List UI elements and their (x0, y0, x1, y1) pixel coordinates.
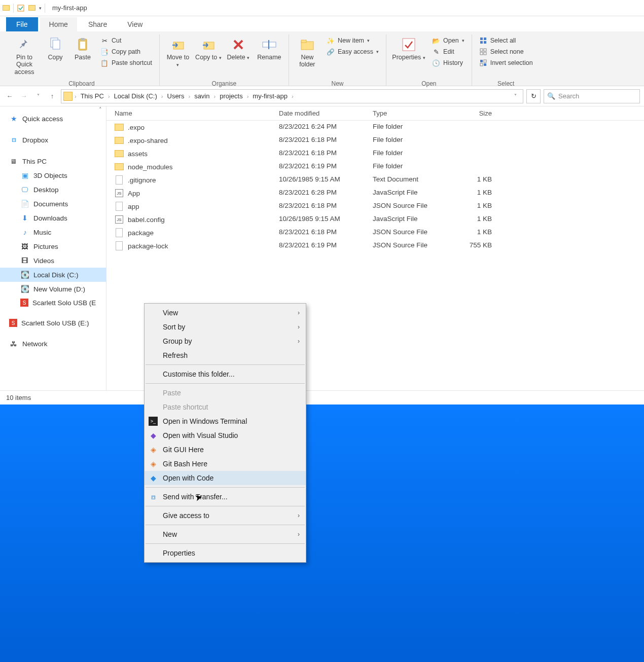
qat-folder-icon[interactable] (28, 4, 36, 12)
select-all-button[interactable]: Select all (477, 35, 535, 46)
file-row[interactable]: package-lock8/23/2021 6:19 PMJSON Source… (106, 239, 644, 252)
nav-scarlett-2[interactable]: SScarlett Solo USB (E:) (0, 316, 106, 329)
chevron-right-icon[interactable]: › (247, 93, 249, 99)
qat-properties-icon[interactable] (17, 4, 25, 12)
cm-send-transfer[interactable]: ⧈Send with Transfer... (145, 490, 306, 504)
file-row[interactable]: JSApp8/23/2021 6:28 PMJavaScript File1 K… (106, 187, 644, 200)
col-type-header[interactable]: Type (373, 109, 451, 117)
breadcrumb[interactable]: Local Disk (C:) (112, 91, 159, 101)
breadcrumb[interactable]: This PC (79, 91, 106, 101)
nav-network[interactable]: 🖧Network (0, 337, 106, 351)
cm-refresh[interactable]: Refresh (145, 348, 306, 362)
paste-shortcut-icon: 📋 (100, 59, 109, 67)
col-size-header[interactable]: Size (451, 109, 497, 117)
recent-locations-button[interactable]: ˅ (32, 91, 44, 102)
file-type: JavaScript File (373, 189, 451, 198)
tab-share[interactable]: Share (79, 17, 116, 31)
nav-quick-access[interactable]: ★Quick access (0, 112, 106, 126)
copy-path-button[interactable]: 📑Copy path (98, 47, 154, 57)
cut-button[interactable]: ✂Cut (98, 35, 154, 46)
paste-button[interactable]: Paste (70, 34, 95, 63)
cm-new[interactable]: New› (145, 527, 306, 541)
nav-scarlett-1[interactable]: SScarlett Solo USB (E (0, 296, 106, 309)
collapse-icon[interactable]: ˄ (99, 106, 102, 113)
nav-pictures[interactable]: 🖼Pictures (0, 239, 106, 253)
file-row[interactable]: .gitignore10/26/1985 9:15 AMText Documen… (106, 173, 644, 187)
cm-open-terminal[interactable]: >_Open in Windows Terminal (145, 414, 306, 428)
nav-videos[interactable]: 🎞Videos (0, 253, 106, 268)
qat-dropdown-icon[interactable]: ▾ (39, 6, 42, 11)
file-name: .expo (128, 124, 145, 131)
file-name: .expo-shared (128, 137, 168, 144)
chevron-right-icon[interactable]: › (161, 93, 163, 99)
cm-open-with-code[interactable]: ◆Open with Code (145, 471, 306, 485)
rename-button[interactable]: Rename (254, 34, 284, 63)
breadcrumb[interactable]: my-first-app (251, 91, 290, 101)
nav-new-volume-d[interactable]: 💽New Volume (D:) (0, 282, 106, 296)
js-file-icon: JS (115, 215, 124, 224)
new-folder-button[interactable]: New folder (293, 34, 321, 70)
chevron-right-icon[interactable]: › (108, 93, 110, 99)
chevron-right-icon[interactable]: › (213, 93, 216, 99)
tab-file[interactable]: File (6, 17, 38, 31)
nav-dropbox[interactable]: ⧈Dropbox (0, 133, 106, 147)
move-to-button[interactable]: Move to ▾ (164, 34, 192, 70)
chevron-right-icon[interactable]: › (188, 93, 190, 99)
nav-3d-objects[interactable]: ▣3D Objects (0, 168, 106, 182)
file-row[interactable]: JSbabel.config10/26/1985 9:15 AMJavaScri… (106, 213, 644, 226)
cm-customise[interactable]: Customise this folder... (145, 367, 306, 381)
file-row[interactable]: assets8/23/2021 6:18 PMFile folder (106, 147, 644, 160)
tab-home[interactable]: Home (40, 17, 77, 31)
cm-sort-by[interactable]: Sort by› (145, 320, 306, 334)
file-row[interactable]: .expo-shared8/23/2021 6:18 PMFile folder (106, 134, 644, 147)
breadcrumb[interactable]: projects (218, 91, 245, 101)
search-input[interactable]: 🔍 Search (544, 89, 640, 103)
cm-group-by[interactable]: Group by› (145, 334, 306, 348)
open-button[interactable]: 📂Open ▾ (430, 35, 467, 46)
refresh-button[interactable]: ↻ (526, 89, 541, 103)
paste-shortcut-button[interactable]: 📋Paste shortcut (98, 58, 154, 68)
col-name-header[interactable]: Name (106, 109, 279, 117)
cm-properties[interactable]: Properties (145, 546, 306, 560)
back-button[interactable]: ← (4, 91, 15, 102)
tab-view[interactable]: View (118, 17, 152, 31)
git-icon: ◈ (149, 459, 158, 468)
breadcrumb[interactable]: savin (192, 91, 211, 101)
file-row[interactable]: package8/23/2021 6:18 PMJSON Source File… (106, 226, 644, 239)
nav-music[interactable]: ♪Music (0, 225, 106, 239)
cm-view[interactable]: View› (145, 306, 306, 320)
delete-button[interactable]: Delete ▾ (225, 34, 252, 63)
history-button[interactable]: 🕓History (430, 58, 467, 68)
copy-to-button[interactable]: Copy to ▾ (194, 34, 223, 63)
new-item-button[interactable]: ✨New item ▾ (325, 35, 381, 46)
easy-access-button[interactable]: 🔗Easy access ▾ (325, 47, 381, 57)
pin-to-quick-access-button[interactable]: Pin to Quick access (8, 34, 41, 78)
address-bar[interactable]: › This PC › Local Disk (C:) › Users › sa… (61, 89, 523, 103)
nav-local-disk-c[interactable]: 💽Local Disk (C:) (0, 268, 106, 282)
select-none-button[interactable]: Select none (477, 47, 535, 57)
address-dropdown-button[interactable]: ˅ (510, 91, 521, 102)
forward-button[interactable]: → (18, 91, 29, 102)
edit-button[interactable]: ✎Edit (430, 47, 467, 57)
cm-give-access[interactable]: Give access to› (145, 508, 306, 523)
file-row[interactable]: .expo8/23/2021 6:24 PMFile folder (106, 121, 644, 134)
copy-button[interactable]: Copy (43, 34, 68, 63)
properties-button[interactable]: Properties ▾ (390, 34, 427, 63)
chevron-right-icon[interactable]: › (292, 93, 294, 99)
invert-selection-button[interactable]: Invert selection (477, 58, 535, 68)
cm-git-bash[interactable]: ◈Git Bash Here (145, 457, 306, 471)
file-row[interactable]: node_modules8/23/2021 6:19 PMFile folder (106, 160, 644, 173)
nav-desktop[interactable]: 🖵Desktop (0, 182, 106, 197)
group-select: Select all Select none Invert selection … (473, 34, 539, 86)
breadcrumb[interactable]: Users (165, 91, 187, 101)
cm-open-visual-studio[interactable]: ◆Open with Visual Studio (145, 428, 306, 443)
cm-git-gui[interactable]: ◈Git GUI Here (145, 443, 306, 457)
file-row[interactable]: app8/23/2021 6:18 PMJSON Source File1 KB (106, 200, 644, 213)
chevron-right-icon[interactable]: › (75, 93, 77, 99)
nav-downloads[interactable]: ⬇Downloads (0, 211, 106, 225)
file-modified: 8/23/2021 6:18 PM (279, 228, 373, 237)
up-button[interactable]: ↑ (47, 91, 58, 102)
nav-documents[interactable]: 📄Documents (0, 197, 106, 211)
nav-this-pc[interactable]: 🖥This PC (0, 154, 106, 168)
col-modified-header[interactable]: Date modified (279, 109, 373, 117)
